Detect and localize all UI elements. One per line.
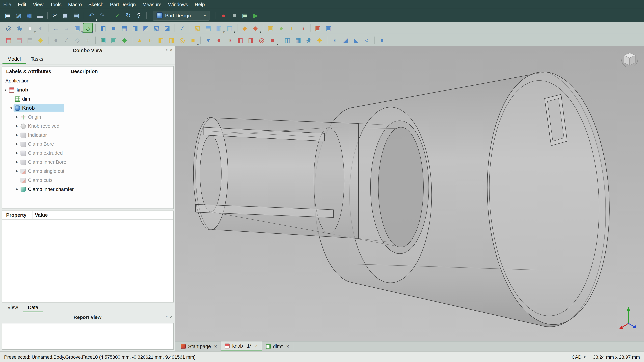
create-body-icon[interactable]: ◆ [36,35,46,45]
create-datum-point-icon[interactable]: ● [51,35,61,45]
undo-icon[interactable]: ↶▾ [87,10,96,20]
additive-helix-icon[interactable]: ◎ [178,35,187,45]
expander-icon[interactable]: ▶ [14,188,20,191]
menu-item-macro[interactable]: Macro [65,0,85,9]
create-clone-icon[interactable]: ◆ [120,35,130,45]
create-multitransform-icon[interactable]: ◈ [314,35,324,45]
tree-item-8-clamp-extruded[interactable]: ▶Clamp extruded [2,149,173,158]
expander-icon[interactable]: ▶ [14,169,20,173]
navigation-style-selector[interactable]: CAD ▾ [572,355,586,359]
tree-item-2-dim[interactable]: dim [2,94,173,103]
part-union-icon[interactable]: ● [276,23,286,33]
expander-icon[interactable]: ▶ [14,161,20,164]
create-coordinate-system-icon[interactable]: + [83,35,93,45]
3d-viewport[interactable] [176,46,644,341]
fillet-icon[interactable]: ◖ [330,35,340,45]
menu-item-sketch[interactable]: Sketch [85,0,107,9]
redo-icon[interactable]: ↷ [97,10,107,20]
close-tab-icon[interactable]: × [214,344,217,349]
nav-back-icon[interactable]: ← [51,23,61,33]
close-tab-icon[interactable]: × [255,343,258,349]
map-sketch-to-face-icon[interactable]: ▤ [25,35,35,45]
subtractive-helix-icon[interactable]: ◎ [257,35,267,45]
close-tab-icon[interactable]: × [286,344,289,349]
close-panel-icon[interactable]: × [170,314,172,319]
view-front-icon[interactable]: ■ [109,23,119,33]
polar-pattern-icon[interactable]: ◉ [304,35,314,45]
tree-item-5-knob-revolved[interactable]: ▶Knob revolved [2,121,173,131]
view-bottom-icon[interactable]: ▧ [152,23,162,33]
additive-pipe-icon[interactable]: ◨ [167,35,176,45]
menu-item-part-design[interactable]: Part Design [107,0,139,9]
tree-item-4-origin[interactable]: ▶Origin [2,112,173,121]
tree-item-12-clamp-inner-chamfer[interactable]: ▶Clamp inner chamfer [2,185,173,194]
create-datum-line-icon[interactable]: ∕ [62,35,72,45]
mirrored-icon[interactable]: ◫ [282,35,292,45]
expander-icon[interactable]: ▶ [14,151,20,155]
tree-item-3-knob[interactable]: ▼Knob [2,103,173,112]
document-tab-knob-1[interactable]: knob : 1*× [221,342,262,352]
macro-edit-icon[interactable]: ▤ [240,10,250,20]
document-tab-start-page[interactable]: Start page× [177,342,221,352]
draft-icon[interactable]: ◣ [351,35,361,45]
menu-item-measure[interactable]: Measure [139,0,165,9]
part-difference-icon[interactable]: ◑ [298,23,308,33]
fit-selection-icon[interactable]: ◉ [14,23,24,33]
nav-forward-icon[interactable]: → [62,23,72,33]
part-check-geometry-icon[interactable]: ▣ [313,23,323,33]
view-rear-icon[interactable]: ◩ [141,23,151,33]
appearance-icon[interactable]: ◐ [36,23,46,33]
document-tab-dim[interactable]: dim*× [262,342,293,352]
create-datum-plane-icon[interactable]: ◇ [72,35,82,45]
whats-this-icon[interactable]: ? [134,10,144,20]
menu-item-file[interactable]: File [0,0,14,9]
part-intersection-icon[interactable]: ◐ [287,23,297,33]
menu-item-edit[interactable]: Edit [14,0,30,9]
view-top-icon[interactable]: ▦ [120,23,130,33]
create-sub-shape-binder-icon[interactable]: ▣ [109,35,119,45]
go-to-linked-object-icon[interactable]: ◆ [240,23,250,33]
view-right-icon[interactable]: ◨ [130,23,140,33]
3d-scene[interactable] [176,46,644,341]
paste-icon[interactable]: ▤ [72,10,81,20]
float-panel-icon[interactable]: ▫ [166,48,168,52]
expander-icon[interactable]: ▼ [8,107,14,109]
close-panel-icon[interactable]: × [170,48,172,52]
texture-mapping-icon[interactable]: ▤ [203,23,213,33]
workbench-selector[interactable]: Part Design ▾ [153,10,210,20]
open-document-icon[interactable]: ▨ [14,10,24,20]
expander-icon[interactable]: ▶ [14,142,20,146]
tab-model[interactable]: Model [2,55,26,64]
menu-item-help[interactable]: Help [191,0,208,9]
make-link-group-icon[interactable]: ▥▾ [225,23,234,33]
subtractive-primitive-icon[interactable]: ■▾ [267,35,277,45]
menu-item-view[interactable]: View [30,0,46,9]
toggle-visibility-icon[interactable]: ▣ [324,23,334,33]
new-document-icon[interactable]: ▤ [3,10,13,20]
thickness-icon[interactable]: ○ [362,35,372,45]
macro-record-icon[interactable]: ● [218,10,228,20]
boolean-operation-icon[interactable]: ● [377,35,387,45]
part-compound-icon[interactable]: ▣ [266,23,276,33]
make-link-icon[interactable]: ▥▾ [214,23,224,33]
refresh-icon[interactable]: ↻ [123,10,133,20]
expander-icon[interactable]: ▶ [14,133,20,137]
sync-selection-icon[interactable]: ◇▾ [83,23,93,33]
view-isometric-icon[interactable]: ◧ [98,23,108,33]
menu-item-windows[interactable]: Windows [165,0,191,9]
navigation-cube[interactable] [621,53,638,67]
view-left-icon[interactable]: ◪ [162,23,172,33]
float-panel-icon[interactable]: ▫ [166,314,168,319]
tab-tasks[interactable]: Tasks [26,55,48,64]
go-to-deepest-link-icon[interactable]: ◆▾ [250,23,260,33]
chamfer-icon[interactable]: ◢ [340,35,350,45]
tree-item-9-clamp-inner-bore[interactable]: ▶Clamp inner Bore [2,158,173,167]
additive-loft-icon[interactable]: ◧ [156,35,166,45]
expander-icon[interactable]: ▶ [14,124,20,128]
fit-all-icon[interactable]: ◎ [4,23,14,33]
macro-play-icon[interactable]: ▶ [250,10,260,20]
knob-model[interactable] [193,69,616,328]
validate-sketch-icon[interactable]: ✓ [112,10,122,20]
measure-distance-icon[interactable]: ∕ [178,23,187,33]
create-shape-binder-icon[interactable]: ▣ [98,35,108,45]
